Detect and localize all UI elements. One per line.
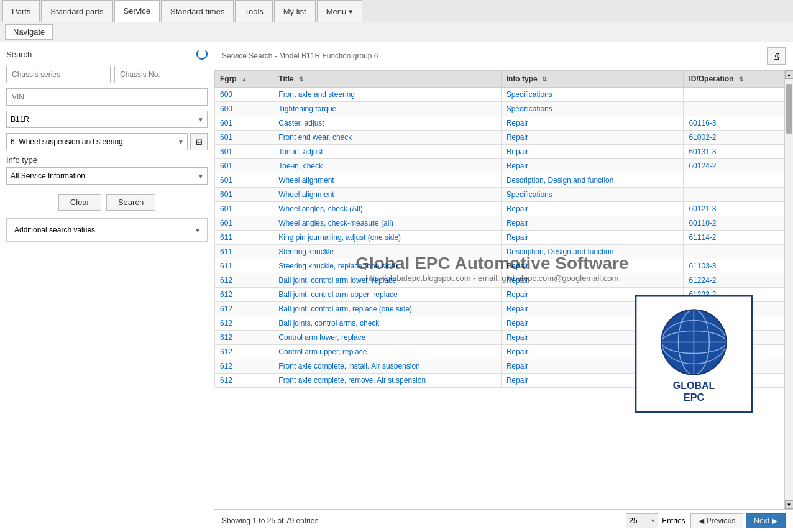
tab-parts[interactable]: Parts	[2, 0, 40, 22]
table-row[interactable]: 600Front axle and steeringSpecifications	[215, 88, 784, 102]
info-type-link[interactable]: Repair	[507, 147, 528, 156]
table-row[interactable]: 601Wheel angles, check (All)Repair60121-…	[215, 202, 784, 216]
fgrp-link[interactable]: 601	[220, 133, 232, 142]
scroll-up-btn[interactable]: ▲	[785, 70, 794, 79]
id-op-link[interactable]: 61221-2	[689, 347, 716, 356]
fgrp-link[interactable]: 612	[220, 319, 232, 328]
table-row[interactable]: 601Caster, adjustRepair60116-3	[215, 116, 784, 131]
id-op-link[interactable]: 61225-2	[689, 305, 716, 313]
fgrp-link[interactable]: 601	[220, 204, 232, 213]
info-type-link[interactable]: Specifications	[507, 190, 552, 199]
id-op-link[interactable]: 61002-2	[689, 133, 716, 142]
fgrp-link[interactable]: 601	[220, 119, 232, 127]
title-link[interactable]: Steering knuckle, replace (one side)	[278, 262, 397, 270]
title-link[interactable]: Tightening torque	[278, 104, 336, 113]
info-type-link[interactable]: Specifications	[507, 90, 552, 99]
fgrp-link[interactable]: 611	[220, 233, 232, 242]
title-link[interactable]: Caster, adjust	[278, 119, 324, 127]
print-button[interactable]: 🖨	[767, 47, 786, 65]
table-row[interactable]: 611Steering knuckle, replace (one side)R…	[215, 259, 784, 273]
function-group-icon-btn[interactable]: ⊞	[190, 133, 208, 150]
info-type-link[interactable]: Description, Design and function	[507, 176, 614, 185]
fgrp-link[interactable]: 612	[220, 305, 232, 313]
fgrp-link[interactable]: 612	[220, 376, 232, 385]
fgrp-link[interactable]: 601	[220, 190, 232, 199]
info-type-link[interactable]: Repair	[507, 133, 528, 142]
scroll-thumb[interactable]	[786, 84, 792, 134]
info-type-link[interactable]: Repair	[507, 347, 528, 356]
col-id-operation[interactable]: ID/Operation ⇅	[684, 71, 784, 88]
info-type-link[interactable]: Repair	[507, 362, 528, 370]
title-link[interactable]: Wheel angles, check (All)	[278, 204, 362, 213]
title-link[interactable]: Wheel angles, check-measure (all)	[278, 219, 393, 227]
tab-standard-parts[interactable]: Standard parts	[41, 0, 112, 22]
col-fgrp[interactable]: Fgrp ▲	[215, 71, 273, 88]
info-type-select[interactable]: All Service Information Repair Specifica…	[6, 167, 208, 185]
table-scroll[interactable]: Fgrp ▲ Title ⇅ Info type ⇅	[214, 70, 784, 509]
model-select[interactable]: B11R	[6, 111, 208, 128]
fgrp-link[interactable]: 611	[220, 247, 232, 256]
table-row[interactable]: 601Toe-in, adjustRepair60131-3	[215, 145, 784, 159]
fgrp-link[interactable]: 612	[220, 347, 232, 356]
additional-search-select[interactable]: Additional search values	[9, 221, 204, 239]
id-op-link[interactable]: 61226-3	[689, 319, 716, 328]
table-row[interactable]: 612Control arm lower, replaceRepair61222…	[215, 331, 784, 345]
title-link[interactable]: Control arm lower, replace	[278, 333, 365, 342]
title-link[interactable]: Ball joints, control arms, check	[278, 319, 379, 328]
tab-tools[interactable]: Tools	[235, 0, 272, 22]
title-link[interactable]: Ball joint, control arm, replace (one si…	[278, 305, 412, 313]
col-title[interactable]: Title ⇅	[273, 71, 501, 88]
search-button[interactable]: Search	[106, 194, 155, 211]
next-button[interactable]: Next ▶	[746, 513, 786, 528]
per-page-select[interactable]: 25 50 100	[626, 513, 658, 528]
info-type-link[interactable]: Repair	[507, 262, 528, 270]
col-info-type[interactable]: Info type ⇅	[501, 71, 684, 88]
tab-my-list[interactable]: My list	[274, 0, 316, 22]
id-op-link[interactable]: 61114-2	[689, 233, 716, 242]
previous-button[interactable]: ◀ Previous	[690, 513, 744, 528]
id-op-link[interactable]: 60124-2	[689, 162, 716, 170]
table-row[interactable]: 600Tightening torqueSpecifications	[215, 102, 784, 116]
fgrp-link[interactable]: 611	[220, 262, 232, 270]
info-type-link[interactable]: Specifications	[507, 104, 552, 113]
clear-button[interactable]: Clear	[58, 194, 101, 211]
tab-standard-times[interactable]: Standard times	[161, 0, 234, 22]
fgrp-link[interactable]: 601	[220, 162, 232, 170]
id-op-link[interactable]: 61284-1	[689, 362, 716, 370]
table-row[interactable]: 612Ball joint, control arm lower, replac…	[215, 273, 784, 288]
chassis-series-input[interactable]	[6, 66, 111, 83]
title-link[interactable]: Ball joint, control arm upper, replace	[278, 290, 397, 299]
title-link[interactable]: Front axle and steering	[278, 90, 355, 99]
title-link[interactable]: Ball joint, control arm lower, replace	[278, 276, 396, 285]
table-row[interactable]: 612Control arm upper, replaceRepair61221…	[215, 345, 784, 359]
title-link[interactable]: Front axle complete, remove. Air suspens…	[278, 376, 426, 385]
title-link[interactable]: Wheel alignment	[278, 190, 334, 199]
title-link[interactable]: Wheel alignment	[278, 176, 334, 185]
title-link[interactable]: Control arm upper, replace	[278, 347, 367, 356]
vin-input[interactable]	[6, 88, 208, 106]
id-op-link[interactable]: 61222-2	[689, 333, 716, 342]
table-row[interactable]: 612Ball joints, control arms, checkRepai…	[215, 316, 784, 331]
info-type-link[interactable]: Repair	[507, 319, 528, 328]
title-link[interactable]: Toe-in, check	[278, 162, 323, 170]
title-link[interactable]: Front axle complete, install. Air suspen…	[278, 362, 419, 370]
title-link[interactable]: Front end wear, check	[278, 133, 352, 142]
function-group-select[interactable]: 6. Wheel suspension and steering	[6, 133, 188, 150]
fgrp-link[interactable]: 600	[220, 90, 232, 99]
info-type-link[interactable]: Repair	[507, 276, 528, 285]
info-type-link[interactable]: Repair	[507, 204, 528, 213]
fgrp-link[interactable]: 601	[220, 176, 232, 185]
table-row[interactable]: 601Toe-in, checkRepair60124-2	[215, 159, 784, 173]
chassis-no-input[interactable]	[114, 66, 214, 83]
info-type-link[interactable]: Repair	[507, 219, 528, 227]
refresh-icon[interactable]	[196, 48, 208, 60]
title-link[interactable]: Toe-in, adjust	[278, 147, 323, 156]
info-type-link[interactable]: Repair	[507, 290, 528, 299]
table-row[interactable]: 601Front end wear, checkRepair61002-2	[215, 131, 784, 145]
info-type-link[interactable]: Repair	[507, 162, 528, 170]
fgrp-link[interactable]: 601	[220, 219, 232, 227]
title-link[interactable]: King pin journalling, adjust (one side)	[278, 233, 401, 242]
fgrp-link[interactable]: 600	[220, 104, 232, 113]
fgrp-link[interactable]: 601	[220, 147, 232, 156]
table-row[interactable]: 601Wheel alignmentDescription, Design an…	[215, 173, 784, 188]
